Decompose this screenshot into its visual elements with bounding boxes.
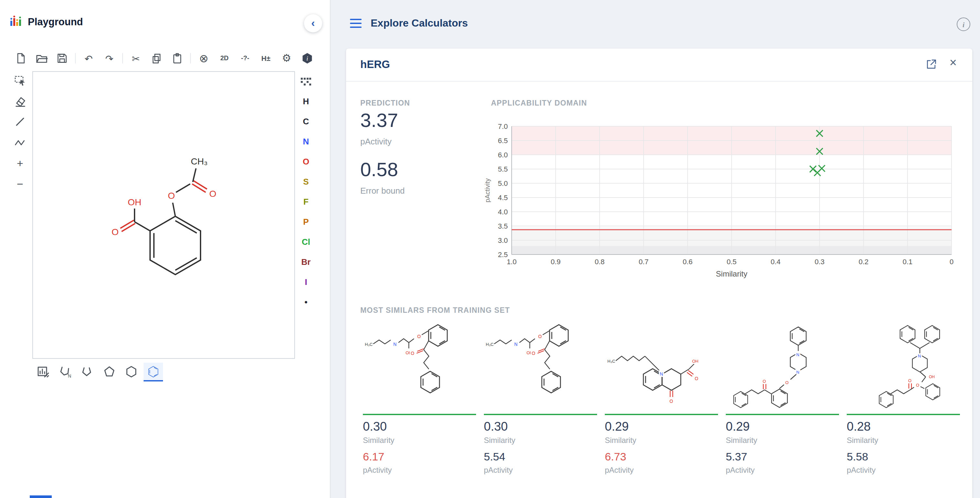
pactivity-label: pActivity [363,466,476,475]
similarity-rule [847,414,960,415]
app-logo [9,14,22,30]
similarity-label: Similarity [726,436,839,445]
similarity-value: 0.30 [484,420,597,434]
collapse-panel-button[interactable]: ‹ [304,14,322,32]
structure-canvas[interactable]: OH O O O CH₃ [32,71,295,359]
open-file-button[interactable] [33,51,49,66]
element-N[interactable]: N [303,131,309,152]
bond-tool-button[interactable] [12,114,28,129]
charge-plus-button[interactable]: + [12,155,28,171]
svg-text:OH: OH [692,359,698,364]
info-icon[interactable]: i [957,18,970,31]
svg-text:0.4: 0.4 [771,258,781,266]
redo-button[interactable]: ↷ [102,51,117,66]
svg-text:N: N [660,371,663,377]
svg-text:0.5: 0.5 [727,258,737,266]
erase-group-button[interactable]: ⊗ [196,51,212,66]
svg-text:4.5: 4.5 [498,194,508,202]
element-O[interactable]: O [303,152,309,172]
template-library-button[interactable] [33,363,53,381]
element-P[interactable]: P [303,212,309,232]
svg-text:5.0: 5.0 [498,179,508,187]
template-toolbar: N [33,363,163,381]
footer-indicator [30,495,52,498]
herg-card: hERG × PREDICTION 3.37 pActivity 0.58 Er… [346,49,972,498]
molecule-structure: H₃C N OH O O [484,322,597,414]
svg-text:N: N [514,342,517,347]
new-document-button[interactable] [13,51,29,66]
charge-minus-button[interactable]: − [12,176,28,192]
element-H[interactable]: H [303,91,309,112]
applicability-domain-label: APPLICABILITY DOMAIN [491,99,587,107]
svg-text:0.6: 0.6 [683,258,693,266]
element-F[interactable]: F [303,192,309,212]
similar-molecule-card[interactable]: H₃C N O OH [605,322,718,475]
molecule-structure: N OH O O [847,322,960,414]
paste-button[interactable] [169,51,185,66]
svg-text:2.5: 2.5 [498,251,508,259]
cyclopentane-template-button[interactable] [100,363,119,381]
similar-molecule-card[interactable]: H₃C N OH O O [363,322,476,475]
prediction-unit: pActivity [360,137,392,146]
svg-text:Similarity: Similarity [716,270,747,278]
app-header: Playground [9,14,83,30]
element-I[interactable]: I [305,272,307,292]
similar-molecule-card[interactable]: N N O O [726,322,839,475]
close-icon[interactable]: × [950,56,957,70]
divider [346,81,972,81]
editor-toolbar: ↶ ↷ ✂ ⊗ 2D -?- H± ⚙ [13,51,315,66]
element-any[interactable]: • [304,292,307,312]
ring-n-template-button[interactable]: N [56,363,75,381]
eraser-tool-button[interactable] [12,93,28,109]
svg-text:O: O [916,383,919,388]
periodic-table-icon[interactable] [300,71,312,91]
svg-text:4.0: 4.0 [498,208,508,216]
benzene-template-button[interactable] [143,363,163,381]
card-title: hERG [360,58,390,70]
similarity-rule [484,414,597,415]
drawing-tools: + − [11,73,29,192]
svg-text:N: N [796,370,799,375]
element-Cl[interactable]: Cl [302,232,310,252]
selection-tool-button[interactable] [12,73,28,88]
similarity-rule [363,414,476,415]
cut-button[interactable]: ✂ [128,51,143,66]
element-Br[interactable]: Br [301,252,311,272]
svg-text:OH: OH [929,375,935,379]
svg-text:N: N [796,352,799,357]
editor-panel: Playground ‹ ↶ ↷ ✂ [0,0,330,498]
error-bound-label: Error bound [360,186,405,196]
svg-text:O: O [417,334,421,339]
element-C[interactable]: C [303,112,309,131]
query-button[interactable]: -?- [237,51,253,66]
pactivity-value: 6.73 [605,451,718,464]
save-button[interactable] [54,51,70,66]
layout-2d-button[interactable]: 2D [217,51,232,66]
chain-tool-button[interactable] [12,135,28,150]
settings-button[interactable]: ⚙ [279,51,294,66]
similarity-label: Similarity [484,436,597,445]
copy-button[interactable] [149,51,164,66]
pactivity-label: pActivity [605,466,718,475]
similarity-label: Similarity [605,436,718,445]
element-S[interactable]: S [303,172,309,192]
undo-button[interactable]: ↶ [81,51,96,66]
hydrogen-button[interactable]: H± [258,51,274,66]
similar-molecule-card[interactable]: N OH O O [847,322,960,475]
aspirin-structure: OH O O O CH₃ [33,72,294,358]
atom-label-oh: OH [128,197,142,207]
cyclohexane-template-button[interactable] [122,363,141,381]
info-cube-button[interactable]: i [299,51,315,66]
svg-text:O: O [763,379,766,384]
hydrogen-icon: H± [261,55,270,62]
svg-text:3.0: 3.0 [498,236,508,244]
explore-calculators-title[interactable]: Explore Calculators [371,18,468,29]
menu-icon[interactable] [350,19,361,30]
similarity-label: Similarity [363,436,476,445]
open-ring-template-button[interactable] [78,363,97,381]
similar-molecule-card[interactable]: H₃C N OH O O [484,322,597,475]
svg-text:O: O [695,376,698,381]
prediction-label: PREDICTION [360,99,410,107]
export-icon[interactable] [926,58,937,73]
similarity-value: 0.29 [726,420,839,434]
